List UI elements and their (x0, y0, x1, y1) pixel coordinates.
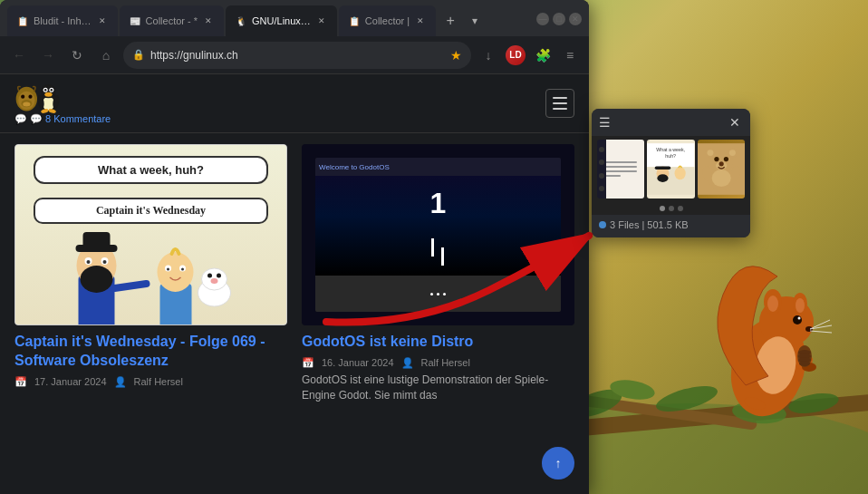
nav-bar: ← → ↻ ⌂ 🔒 https://gnulinux.ch ★ ↓ LD 🧩 ≡ (0, 36, 589, 74)
download-button[interactable]: ↓ (477, 44, 500, 67)
svg-rect-51 (83, 232, 111, 248)
profile-button[interactable]: LD (504, 44, 527, 67)
forward-button[interactable]: → (36, 44, 60, 67)
svg-line-56 (115, 284, 147, 288)
article-wednesday: What a week, huh? Captain it's Wednesday (14, 144, 287, 402)
collector-dot-2[interactable] (669, 206, 674, 211)
hamburger-menu[interactable] (545, 89, 574, 118)
collector-thumb-bear[interactable] (698, 140, 745, 199)
collector-widget: ☰ ✕ (592, 109, 750, 237)
extensions-button[interactable]: 🧩 (531, 44, 555, 67)
collector-close-button[interactable]: ✕ (727, 114, 743, 131)
svg-line-18 (810, 331, 832, 333)
thumb-tintin-svg: What a week, huh? (647, 140, 694, 199)
scroll-top-button[interactable]: ↑ (542, 447, 574, 479)
collector-dot-1[interactable] (660, 206, 665, 211)
svg-point-76 (675, 167, 686, 179)
window-controls: — □ ✕ (536, 13, 582, 29)
svg-point-88 (711, 170, 730, 187)
dock-dot-1 (430, 293, 433, 295)
menu-button[interactable]: ≡ (558, 44, 582, 67)
svg-point-13 (796, 298, 805, 313)
address-bar[interactable]: 🔒 https://gnulinux.ch ★ (123, 42, 471, 69)
minimize-button[interactable]: — (536, 13, 549, 25)
article-godot-meta: 📅 16. Januar 2024 👤 Ralf Hersel (302, 357, 574, 369)
article-wednesday-title[interactable]: Captain it's Wednesday - Folge 069 - Sof… (14, 333, 287, 371)
article-wednesday-meta: 📅 17. Januar 2024 👤 Ralf Hersel (14, 376, 287, 388)
godot-screen: Welcome to GodotOS 1 (315, 158, 561, 312)
svg-point-74 (658, 174, 669, 182)
svg-point-84 (714, 157, 719, 161)
svg-point-15 (798, 317, 801, 320)
article-godot-image: Welcome to GodotOS 1 (302, 144, 574, 325)
collector-thumb-tintin[interactable]: What a week, huh? (647, 140, 694, 199)
tab-gnulinux-close[interactable]: ✕ (315, 15, 328, 27)
collector-dots (592, 202, 750, 215)
new-tab-button[interactable]: + (438, 8, 463, 34)
tab-collector-star-favicon: 📰 (129, 15, 141, 27)
svg-point-41 (44, 89, 47, 92)
svg-point-55 (103, 260, 107, 264)
collector-info: 3 Files | 501.5 KB (592, 215, 750, 237)
articles-grid: What a week, huh? Captain it's Wednesday (0, 133, 589, 413)
tab-gnulinux-label: GNU/Linux… (252, 15, 311, 26)
tab-collector-close[interactable]: ✕ (414, 15, 427, 27)
article-godot-excerpt: GodotOS ist eine lustige Demonstration d… (302, 373, 574, 403)
article-godot-author: Ralf Hersel (421, 357, 470, 368)
refresh-button[interactable]: ↻ (65, 44, 89, 67)
article-godot-title[interactable]: GodotOS ist keine Distro (302, 333, 574, 352)
speech-bubble-week: What a week, huh? (34, 156, 268, 184)
comments-count: 💬 8 Kommentare (30, 113, 111, 125)
collector-menu-icon[interactable]: ☰ (599, 115, 611, 130)
comic-characters (15, 207, 286, 324)
svg-point-14 (793, 315, 802, 324)
tab-collector-label: Collector | (365, 15, 410, 26)
thumb-bear-svg (698, 140, 745, 199)
collector-nav-dot[interactable] (599, 221, 606, 228)
home-button[interactable]: ⌂ (94, 44, 118, 67)
dock-dot-3 (443, 293, 446, 295)
collector-files-info: 3 Files | 501.5 KB (610, 219, 689, 230)
article-godot-date: 16. Januar 2024 (322, 357, 394, 368)
notebook-lines (604, 161, 638, 177)
tab-bludit[interactable]: 📋 Bludit - Inh… ✕ (7, 5, 118, 36)
site-header: 💬 💬 8 Kommentare (0, 74, 589, 133)
tab-bludit-close[interactable]: ✕ (96, 15, 109, 27)
back-button[interactable]: ← (7, 44, 31, 67)
svg-point-81 (707, 150, 713, 156)
svg-point-61 (167, 268, 169, 271)
tab-collector-star-close[interactable]: ✕ (202, 15, 215, 27)
collector-dot-3[interactable] (678, 206, 683, 211)
svg-text:What a week,: What a week, (657, 147, 686, 152)
svg-point-58 (158, 252, 194, 292)
thumb-tintin-content: What a week, huh? (647, 140, 694, 199)
site-logo-svg (14, 82, 60, 113)
tab-dropdown-button[interactable]: ▾ (465, 11, 485, 31)
profile-avatar: LD (506, 45, 526, 65)
svg-point-87 (719, 161, 723, 166)
svg-point-38 (44, 92, 52, 97)
tab-collector-favicon: 📋 (348, 15, 361, 27)
nav-right-icons: ↓ LD 🧩 ≡ (477, 44, 582, 67)
bookmark-icon[interactable]: ★ (450, 48, 462, 63)
article-wednesday-date: 17. Januar 2024 (34, 376, 107, 387)
svg-point-36 (43, 97, 54, 111)
tab-bludit-favicon: 📋 (16, 15, 29, 27)
tab-bludit-label: Bludit - Inh… (34, 15, 92, 26)
svg-point-11 (767, 295, 778, 312)
close-button[interactable]: ✕ (569, 13, 582, 25)
godot-dock (315, 276, 561, 312)
svg-point-66 (217, 274, 221, 278)
svg-point-32 (28, 95, 32, 99)
tab-collector[interactable]: 📋 Collector | ✕ (339, 5, 436, 36)
article-wednesday-image: What a week, huh? Captain it's Wednesday (14, 144, 287, 325)
collector-thumb-notebook[interactable] (597, 140, 644, 199)
tab-collector-star[interactable]: 📰 Collector - * ✕ (120, 5, 224, 36)
collector-images: What a week, huh? (592, 136, 750, 202)
tab-gnulinux[interactable]: 🐧 GNU/Linux… ✕ (226, 5, 337, 36)
godot-taskbar-text: Welcome to GodotOS (319, 163, 390, 171)
maximize-button[interactable]: □ (553, 13, 565, 25)
svg-rect-72 (647, 167, 694, 195)
comments-link[interactable]: 💬 💬 8 Kommentare (14, 113, 111, 125)
tab-gnulinux-favicon: 🐧 (235, 15, 247, 27)
